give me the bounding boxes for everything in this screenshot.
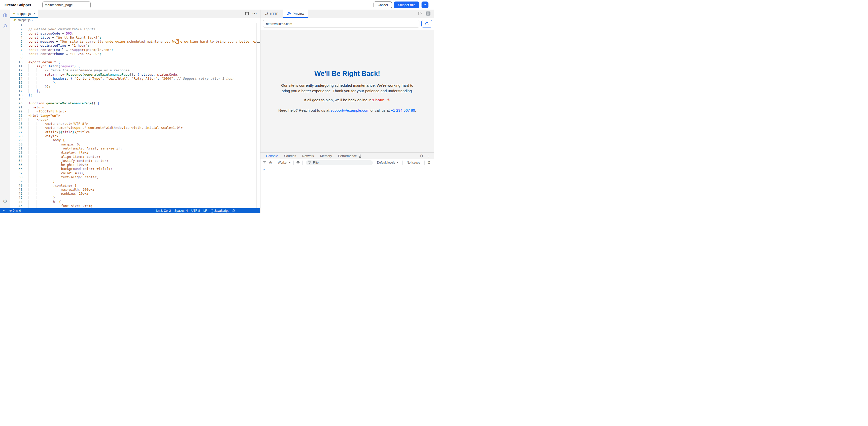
snippet-rule-button[interactable]: Snippet rule xyxy=(394,1,420,8)
devtools-tab-console[interactable]: Console xyxy=(266,152,279,159)
devtools-tab-sources[interactable]: Sources xyxy=(284,152,297,159)
discord-icon[interactable] xyxy=(426,11,431,16)
live-expression-eye-icon[interactable] xyxy=(295,161,301,164)
code-line[interactable]: 25 <meta charset="UTF-8"> xyxy=(10,122,260,126)
code-line[interactable]: 2// Define your customizable inputs xyxy=(10,27,260,31)
code-line[interactable]: 1 xyxy=(10,23,260,27)
code-line[interactable]: 30 margin: 0; xyxy=(10,142,260,146)
devtools-tab-performance[interactable]: Performance xyxy=(338,152,357,159)
split-editor-icon[interactable] xyxy=(245,12,249,16)
encoding-status[interactable]: UTF-8 xyxy=(190,209,202,212)
code-line[interactable]: 41 max-width: 600px; xyxy=(10,188,260,192)
code-line[interactable]: 36 background-color: #f4f4f4; xyxy=(10,167,260,171)
code-line[interactable]: 28 <style> xyxy=(10,134,260,138)
code-editor[interactable]: 12// Define your customizable inputs3con… xyxy=(10,23,260,208)
code-line[interactable]: 19 xyxy=(10,97,260,101)
code-line[interactable]: 17 }, xyxy=(10,89,260,93)
console-filter-input[interactable]: Filter xyxy=(306,160,373,165)
code-line[interactable]: 9 xyxy=(10,56,260,60)
eol-status[interactable]: LF xyxy=(202,209,209,212)
code-line[interactable]: 42 padding: 20px; xyxy=(10,192,260,196)
tab-http[interactable]: ⇄ HTTP xyxy=(261,9,282,18)
code-line[interactable]: 44 h1 { xyxy=(10,200,260,204)
close-tab-icon[interactable]: × xyxy=(33,11,35,16)
url-input[interactable] xyxy=(263,20,420,27)
snippet-name-input[interactable] xyxy=(42,1,91,8)
context-selector[interactable]: Worker ▼ xyxy=(276,161,292,164)
line-number: 26 xyxy=(10,126,28,130)
console-sidebar-toggle-icon[interactable] xyxy=(261,161,268,164)
code-line[interactable]: 29 body { xyxy=(10,138,260,142)
tab-snippet-js[interactable]: JS snippet.js × xyxy=(10,9,38,18)
main-split: ⚙ JS snippet.js × ··· xyxy=(0,9,434,213)
docs-book-icon[interactable] xyxy=(418,12,423,16)
log-levels-dropdown[interactable]: Default levels ▼ xyxy=(375,161,401,164)
code-line[interactable]: 32 display: flex; xyxy=(10,150,260,154)
devtools-tab-network[interactable]: Network xyxy=(302,152,315,159)
eta-time: 1 hour xyxy=(372,98,384,102)
code-line[interactable]: 11 async fetch(request) { xyxy=(10,64,260,68)
files-icon[interactable] xyxy=(0,9,10,21)
code-line[interactable]: 23<html lang="en"> xyxy=(10,114,260,118)
code-line[interactable]: 43 } xyxy=(10,196,260,200)
code-line[interactable]: 26 <meta name="viewport" content="width=… xyxy=(10,126,260,130)
code-line[interactable]: 18}; xyxy=(10,93,260,97)
code-line[interactable]: 22 <!DOCTYPE html> xyxy=(10,109,260,113)
code-line[interactable]: 39 } xyxy=(10,179,260,183)
code-line[interactable]: 10export default { xyxy=(10,60,260,64)
tab-preview[interactable]: Preview xyxy=(283,9,308,18)
code-line[interactable]: 33 align-items: center; xyxy=(10,155,260,159)
indentation-status[interactable]: Spaces: 4 xyxy=(173,209,189,212)
issues-counter[interactable]: No Issues xyxy=(404,161,423,164)
code-line[interactable]: 24 <head> xyxy=(10,118,260,122)
code-line[interactable]: 38 text-align: center; xyxy=(10,175,260,179)
language-status[interactable]: { } JavaScript xyxy=(209,209,230,212)
devtools-tab-memory[interactable]: Memory xyxy=(320,152,333,159)
code-line[interactable]: 45 font-size: 2rem; xyxy=(10,204,260,208)
code-line[interactable]: 8const contactPhone = "+1 234 567 89"; xyxy=(10,52,260,56)
code-line[interactable]: 34 justify-content: center; xyxy=(10,159,260,163)
cursor-position[interactable]: Ln 8, Col 2 xyxy=(154,209,173,212)
support-email-link[interactable]: support@example.com xyxy=(331,108,369,112)
more-actions-icon[interactable]: ··· xyxy=(252,11,257,16)
console-settings-gear-icon[interactable]: ⚙ xyxy=(426,160,432,165)
clear-console-icon[interactable]: ⊘ xyxy=(268,160,274,165)
code-line[interactable]: 3const statusCode = 503; xyxy=(10,31,260,35)
code-line[interactable]: 27 <title>${title}</title> xyxy=(10,130,260,134)
problems-status[interactable]: ⊗ 0 ⚠ 0 xyxy=(7,208,23,213)
cancel-button[interactable]: Cancel xyxy=(374,1,392,8)
refresh-button[interactable] xyxy=(422,20,432,27)
phone-link[interactable]: +1 234 567 89 xyxy=(391,108,415,112)
code-line[interactable]: 21 return ` xyxy=(10,105,260,109)
code-line[interactable]: 12 // Serve the maintenance page as a re… xyxy=(10,68,260,72)
help-mid: or call us at xyxy=(371,108,390,112)
console-output[interactable]: > xyxy=(260,166,434,213)
remote-indicator-icon[interactable]: >< xyxy=(0,208,7,213)
deploy-dropdown-caret[interactable]: ▼ xyxy=(422,1,429,8)
notifications-bell-icon[interactable] xyxy=(230,209,237,212)
minimap[interactable] xyxy=(256,23,260,208)
code-line[interactable]: 35 height: 100vh; xyxy=(10,163,260,167)
breadcrumb-more[interactable]: … xyxy=(34,19,37,22)
code-line[interactable]: 31 font-family: Arial, sans-serif; xyxy=(10,146,260,150)
devtools-settings-gear-icon[interactable]: ⚙ xyxy=(420,154,424,158)
code-line[interactable]: 5const message = "Our site is currently … xyxy=(10,39,260,44)
code-line[interactable]: 6const estimatedTime = "1 hour"; xyxy=(10,44,260,48)
code-line[interactable]: 14 headers: { "Content-Type": "text/html… xyxy=(10,77,260,81)
code-line[interactable]: 7const contactEmail = "support@example.c… xyxy=(10,48,260,52)
settings-gear-icon[interactable]: ⚙ xyxy=(0,196,10,207)
code-line[interactable]: 13 return new Response(generateMaintenan… xyxy=(10,73,260,77)
code-line[interactable]: 40 .container { xyxy=(10,183,260,188)
breadcrumb[interactable]: JS snippet.js › … xyxy=(10,18,260,23)
console-prompt-chevron[interactable]: > xyxy=(263,168,434,171)
code-line[interactable]: 15 }, xyxy=(10,81,260,85)
code-line[interactable]: 16 }); xyxy=(10,85,260,89)
code-line[interactable]: 20function generateMaintenancePage() { xyxy=(10,101,260,105)
devtools-kebab-menu-icon[interactable]: ⋮ xyxy=(427,154,431,158)
search-icon[interactable] xyxy=(0,21,10,32)
line-number: 42 xyxy=(10,192,28,196)
code-line[interactable]: 4const title = "We'll Be Right Back!"; xyxy=(10,35,260,39)
code-line[interactable]: 37 color: #333; xyxy=(10,171,260,175)
error-icon: ⊗ xyxy=(9,209,12,212)
breadcrumb-file[interactable]: snippet.js xyxy=(18,19,30,22)
